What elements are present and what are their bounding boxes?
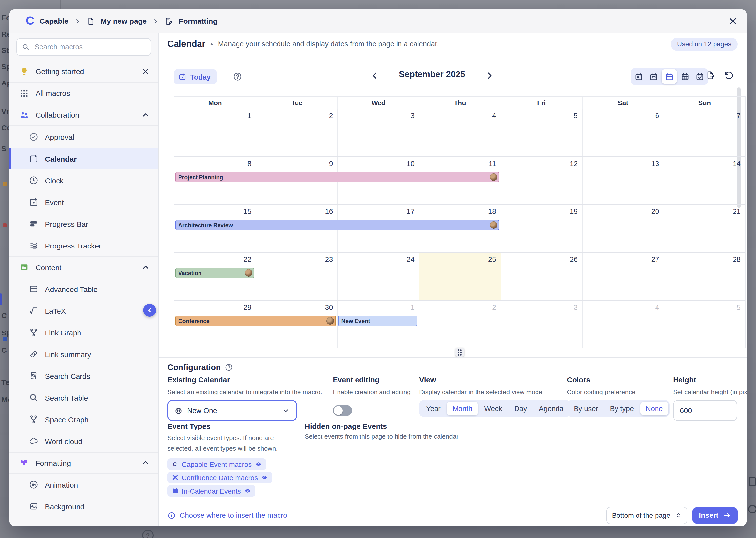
sidebar-item-content[interactable]: Content [9, 256, 158, 278]
breadcrumb-section[interactable]: Formatting [179, 17, 218, 25]
calendar-grid-view-icon[interactable] [679, 70, 692, 83]
sidebar-item-background[interactable]: Background [9, 496, 158, 517]
colors-option-by-type[interactable]: By type [604, 402, 639, 415]
colors-option-none[interactable]: None [640, 402, 668, 415]
sidebar-item-calendar[interactable]: Calendar [9, 148, 158, 170]
calendar-cell[interactable]: 26 [500, 253, 582, 300]
calendar-check-view-icon[interactable] [693, 70, 707, 83]
close-icon[interactable] [728, 16, 738, 26]
sidebar-item-progress-bar[interactable]: Progress Bar [9, 213, 158, 235]
breadcrumb-app[interactable]: Capable [40, 17, 69, 25]
weekday-label: Wed [337, 97, 419, 109]
calendar-cell[interactable]: 21 [664, 205, 745, 252]
calendar-cell[interactable]: 2 [419, 301, 500, 348]
existing-calendar-select[interactable]: New One [168, 400, 297, 421]
eye-icon[interactable] [261, 474, 268, 481]
help-icon[interactable] [225, 363, 233, 371]
calendar-cell[interactable]: 13 [582, 157, 663, 204]
calendar-daybox-view-icon[interactable] [647, 70, 660, 83]
sidebar-item-search-table[interactable]: Search Table [9, 387, 158, 408]
view-option-day[interactable]: Day [509, 402, 532, 415]
calendar-cell[interactable]: 7 [664, 109, 745, 156]
calendar-event[interactable]: Conference [175, 316, 336, 326]
calendar-event[interactable]: Project Planning [175, 172, 499, 182]
sidebar-item-link-graph[interactable]: Link Graph [9, 322, 158, 343]
calendar-cell[interactable]: 3 [500, 301, 582, 348]
sidebar-item-search-cards[interactable]: Search Cards [9, 365, 158, 387]
sidebar-item-approval[interactable]: Approval [9, 126, 158, 148]
calendar-cell[interactable]: 23 [256, 253, 337, 300]
macro-search[interactable] [16, 38, 151, 56]
tracker-icon [28, 241, 38, 250]
calendar-cell[interactable]: 4 [419, 109, 500, 156]
sidebar-item-latex[interactable]: LaTeX [9, 300, 158, 322]
sidebar-item-link-summary[interactable]: Link summary [9, 343, 158, 365]
calendar-cell[interactable]: 12 [500, 157, 582, 204]
insert-position-select[interactable]: Bottom of the page [606, 507, 687, 524]
calendar-cell[interactable]: 19 [500, 205, 582, 252]
insert-location-hint[interactable]: Choose where to insert the macro [168, 511, 287, 519]
calendar-cell[interactable]: 5 [664, 301, 745, 348]
view-option-week[interactable]: Week [479, 402, 508, 415]
calendar-cell[interactable]: 6 [582, 109, 663, 156]
resize-handle[interactable] [455, 348, 464, 357]
help-icon[interactable] [232, 72, 242, 81]
sidebar-item-collaboration[interactable]: Collaboration [9, 104, 158, 126]
prev-month-icon[interactable] [370, 71, 380, 81]
calendar-month-view-icon[interactable] [662, 69, 677, 84]
calendar-cell[interactable]: 5 [500, 109, 582, 156]
calendar-year-view-icon[interactable] [632, 70, 645, 83]
eye-icon[interactable] [255, 460, 262, 468]
event-label: Project Planning [178, 174, 223, 180]
sidebar-item-word-cloud[interactable]: Word cloud [9, 430, 158, 452]
sidebar-item-advanced-table[interactable]: Advanced Table [9, 278, 158, 300]
sidebar-item-progress-tracker[interactable]: Progress Tracker [9, 235, 158, 256]
calendar-cell[interactable]: 14 [664, 157, 745, 204]
insert-button[interactable]: Insert [692, 507, 738, 523]
calendar-cell-today[interactable]: 25 [419, 253, 500, 300]
chevron-up-icon[interactable] [141, 110, 150, 119]
calendar-event[interactable]: Architecture Review [175, 220, 499, 230]
page-subtitle: Manage your schedule and display dates f… [218, 40, 439, 48]
calendar-cell[interactable]: 1 [174, 109, 256, 156]
next-month-icon[interactable] [484, 71, 494, 81]
event-type-chip[interactable]: CCapable Event macros [168, 458, 266, 470]
calendar-cell[interactable]: 4 [582, 301, 663, 348]
calendar-cell[interactable]: 3 [337, 109, 419, 156]
breadcrumb-page[interactable]: My new page [100, 17, 147, 25]
backdrop-label: C [1, 346, 7, 354]
sidebar-item-all-macros[interactable]: All macros [9, 82, 158, 104]
sidebar-item-event[interactable]: Event [9, 191, 158, 213]
sidebar-collapse-button[interactable] [143, 304, 156, 317]
calendar-grid: MonTueWedThuFriSatSun 123456789101112131… [174, 96, 746, 348]
colors-option-by-user[interactable]: By user [568, 402, 603, 415]
sidebar-item-clock[interactable]: Clock [9, 170, 158, 191]
calendar-cell[interactable]: 28 [664, 253, 745, 300]
sidebar-item-label: Search Table [45, 394, 150, 402]
calendar-cell[interactable]: 20 [582, 205, 663, 252]
export-icon[interactable] [705, 70, 716, 81]
view-option-year[interactable]: Year [421, 402, 446, 415]
reset-icon[interactable] [724, 70, 734, 81]
calendar-cell[interactable]: 2 [256, 109, 337, 156]
close-icon[interactable] [141, 67, 150, 76]
calendar-cell[interactable]: 24 [337, 253, 419, 300]
search-input[interactable] [33, 42, 146, 51]
view-option-agenda[interactable]: Agenda [533, 402, 569, 415]
sidebar-item-space-graph[interactable]: Space Graph [9, 408, 158, 430]
eye-icon[interactable] [244, 487, 251, 495]
chevron-up-icon[interactable] [141, 263, 150, 272]
calendar-event[interactable]: New Event [338, 316, 418, 326]
event-editing-toggle[interactable] [333, 405, 352, 416]
event-type-chip[interactable]: Confluence Date macros [168, 472, 272, 483]
today-button[interactable]: Today [174, 69, 217, 84]
height-input[interactable]: 600 [673, 400, 737, 421]
view-option-month[interactable]: Month [447, 402, 478, 415]
sidebar-item-animation[interactable]: Animation [9, 474, 158, 496]
sidebar-item-getting-started[interactable]: Getting started [9, 61, 158, 82]
calendar-event[interactable]: Vacation [175, 268, 254, 278]
event-type-chip[interactable]: In-Calendar Events [168, 485, 255, 497]
calendar-cell[interactable]: 27 [582, 253, 663, 300]
chevron-up-icon[interactable] [141, 458, 150, 467]
sidebar-item-formatting[interactable]: Formatting [9, 452, 158, 474]
